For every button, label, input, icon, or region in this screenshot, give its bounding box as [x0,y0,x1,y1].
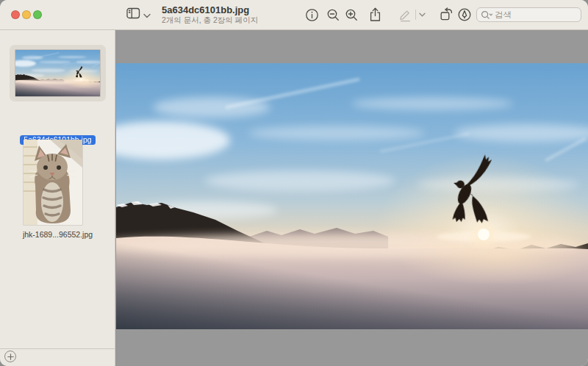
share-button[interactable] [365,6,384,24]
thumbnail-cat-image[interactable] [24,140,82,225]
sidebar: 5a634dc6101bb.jpg [0,30,115,366]
document-title: 5a634dc6101bb.jpg [162,4,258,15]
search-input[interactable] [495,10,577,19]
document-subtitle: 2개의 문서, 총 2장의 페이지 [162,15,258,25]
add-page-button[interactable] [4,351,16,362]
sidebar-divider [0,348,115,349]
markup-options-button[interactable] [414,6,430,24]
document-canvas [115,30,588,366]
sidebar-toggle-icon [126,7,140,23]
preview-window: 5a634dc6101bb.jpg 2개의 문서, 총 2장의 페이지 [0,0,588,366]
zoom-out-button[interactable] [323,6,343,24]
chevron-down-icon [143,8,151,21]
thumbnail-label: jhk-1689...96552.jpg [0,230,115,239]
fullscreen-button[interactable] [33,10,42,19]
window-controls [11,10,42,19]
close-button[interactable] [11,10,20,19]
annotate-button[interactable] [455,6,474,24]
search-field[interactable] [476,7,581,22]
zoom-in-button[interactable] [342,6,361,24]
markup-pen-icon [395,6,415,24]
plus-icon [7,354,14,360]
info-button[interactable] [302,6,321,24]
minimize-button[interactable] [22,10,31,19]
sidebar-toggle-button[interactable] [125,5,152,24]
search-icon [481,10,492,20]
rotate-left-button[interactable] [437,6,456,24]
thumbnail-bird-image[interactable] [15,50,100,96]
titlebar: 5a634dc6101bb.jpg 2개의 문서, 총 2장의 페이지 [0,0,588,30]
main-image-bird-sunset [116,63,588,329]
